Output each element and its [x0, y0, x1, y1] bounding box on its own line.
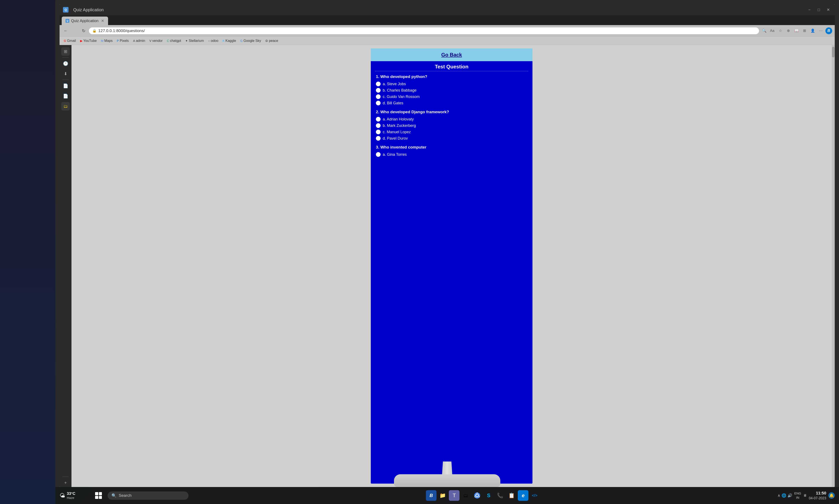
tab-title: Quiz Application — [71, 19, 99, 23]
bookmark-vendor[interactable]: V vendor — [148, 38, 164, 43]
bookmark-stellarium[interactable]: ✦ Stellarium — [184, 38, 205, 43]
option-3a[interactable]: a. Gina Torres — [376, 152, 527, 157]
bookmark-kaggle[interactable]: K Kaggle — [221, 38, 238, 43]
scrollbar[interactable] — [832, 45, 835, 487]
search-icon: 🔍 — [112, 493, 117, 498]
clock-date: 04-07-2023 — [809, 496, 826, 501]
radio-1b[interactable] — [376, 88, 380, 93]
sidebar-collections-icon[interactable]: 📄 — [61, 82, 70, 90]
language-text: ENG — [794, 491, 801, 496]
notification-icon[interactable]: 🔔 — [828, 492, 835, 499]
bookmark-stellarium-label: Stellarium — [189, 39, 204, 43]
option-1d[interactable]: d. Bill Gates — [376, 101, 527, 105]
taskbar: 🌤 33°C Haze 🔍 Search B 📁 T 🗂 — [55, 487, 839, 504]
bookmark-chatgpt[interactable]: C chatgpt — [165, 38, 183, 43]
up-arrow-icon[interactable]: ∧ — [777, 493, 780, 498]
bookmark-gmail[interactable]: G Gmail — [62, 38, 78, 43]
file-explorer-icon[interactable]: 📁 — [438, 490, 448, 501]
option-1a[interactable]: a. Steve Jobs — [376, 82, 527, 86]
close-button[interactable]: ✕ — [825, 6, 831, 13]
search-icon[interactable]: 🔍 — [761, 28, 768, 34]
refresh-button[interactable]: ↻ — [80, 27, 87, 34]
radio-1d[interactable] — [376, 101, 380, 105]
bookmark-odoo-label: odoo — [211, 39, 219, 43]
edge-profile-icon[interactable]: B — [825, 28, 832, 34]
radio-2c[interactable] — [376, 130, 380, 134]
sidebar-add-icon[interactable]: + — [61, 479, 70, 487]
question-3-text: 3. Who invented computer — [376, 145, 527, 149]
bookmark-admin[interactable]: A admin — [131, 38, 147, 43]
weather-temp: 33°C — [67, 491, 75, 496]
skype-icon[interactable]: S — [483, 490, 494, 501]
scrollbar-thumb[interactable] — [832, 47, 835, 57]
option-2d[interactable]: d. Pavel Durov — [376, 136, 527, 141]
collections-icon[interactable]: ⊞ — [801, 28, 808, 34]
weather-icon: 🌤 — [59, 492, 65, 499]
browser-titlebar: Q Quiz Application − □ ✕ — [59, 4, 835, 15]
question-1-text: 1. Who developed python? — [376, 74, 527, 79]
chrome-icon[interactable] — [472, 490, 482, 501]
admin-icon: A — [133, 39, 135, 42]
tab-close-icon[interactable]: ✕ — [101, 18, 104, 23]
youtube-icon: ▶ — [80, 39, 83, 42]
sidebar-downloads-icon[interactable]: ⬇ — [61, 70, 70, 78]
volume-icon[interactable]: 🔊 — [788, 493, 792, 498]
titlebar-title: Quiz Application — [73, 7, 804, 12]
tab-favicon: Q — [66, 19, 69, 23]
bookmark-googlesky[interactable]: G Google Sky — [239, 38, 263, 43]
extension-icon[interactable]: ⊕ — [785, 28, 792, 34]
taskbar-apps: B 📁 T 🗂 S 📞 📋 e </> — [191, 490, 775, 501]
taskbar-weather: 🌤 33°C Haze — [59, 491, 89, 500]
radio-2b[interactable] — [376, 123, 380, 128]
go-back-button[interactable]: Go Back — [371, 49, 532, 61]
sidebar-history-icon[interactable]: 🕐 — [61, 59, 70, 68]
url-text: 127.0.0.1:8000/questions/ — [98, 29, 145, 33]
radio-2d[interactable] — [376, 136, 380, 141]
phone-icon[interactable]: 📞 — [495, 490, 506, 501]
back-button[interactable]: ← — [62, 27, 69, 34]
bookmark-odoo[interactable]: ○ odoo — [206, 38, 220, 43]
vscode-icon[interactable]: </> — [529, 490, 540, 501]
bing-app-icon[interactable]: B — [426, 490, 436, 501]
display-icon[interactable]: 🖥 — [803, 493, 807, 498]
taskbar-search[interactable]: 🔍 Search — [108, 491, 188, 500]
radio-1c[interactable] — [376, 94, 380, 99]
option-2b[interactable]: b. Mark Zuckerberg — [376, 123, 527, 128]
network-icon[interactable]: 🌐 — [782, 493, 786, 498]
option-1c[interactable]: c. Guido Van Rossom — [376, 94, 527, 99]
sidebar-tab-icon[interactable]: ⊞ — [61, 47, 70, 56]
reading-view-icon[interactable]: 📖 — [793, 28, 800, 34]
star-icon[interactable]: ☆ — [777, 28, 784, 34]
minimize-button[interactable]: − — [806, 6, 812, 13]
clock-block[interactable]: 11:50 04-07-2023 — [809, 490, 826, 501]
radio-2a[interactable] — [376, 117, 380, 122]
sidebar-active-icon[interactable]: 🗂 — [61, 102, 70, 110]
radio-1a[interactable] — [376, 82, 380, 86]
aa-icon[interactable]: Aa — [769, 28, 776, 34]
locale-text: IN — [794, 496, 801, 500]
notes-icon[interactable]: 📋 — [506, 490, 517, 501]
option-1a-text: a. Steve Jobs — [383, 82, 406, 86]
active-tab[interactable]: Q Quiz Application ✕ — [62, 17, 108, 25]
language-indicator: ENG IN — [794, 491, 801, 500]
address-bar[interactable]: 🔒 127.0.0.1:8000/questions/ — [89, 28, 759, 34]
option-2c[interactable]: c. Manuel Lopez — [376, 130, 527, 134]
maximize-button[interactable]: □ — [816, 6, 822, 13]
teams-icon[interactable]: T — [449, 490, 460, 501]
kaggle-icon: K — [223, 39, 224, 42]
radio-3a[interactable] — [376, 152, 380, 157]
bookmark-pixels[interactable]: P Pixels — [115, 38, 131, 43]
option-2a[interactable]: a. Adrian Holovaty — [376, 117, 527, 122]
bookmark-maps[interactable]: M Maps — [99, 38, 115, 43]
start-button[interactable] — [93, 491, 103, 500]
explorer2-icon[interactable]: 🗂 — [460, 490, 471, 501]
forward-button[interactable]: → — [71, 27, 78, 34]
option-1b[interactable]: b. Charles Babbage — [376, 88, 527, 93]
bookmark-youtube[interactable]: ▶ YouTube — [79, 38, 99, 43]
profile-icon[interactable]: 👤 — [809, 28, 816, 34]
bookmark-admin-label: admin — [136, 39, 145, 43]
bookmark-peace[interactable]: ☮ peace — [263, 38, 280, 43]
edge-taskbar-icon[interactable]: e — [518, 490, 528, 501]
more-icon[interactable]: ⋯ — [817, 28, 824, 34]
sidebar-notes-icon[interactable]: 📄 — [61, 92, 70, 100]
